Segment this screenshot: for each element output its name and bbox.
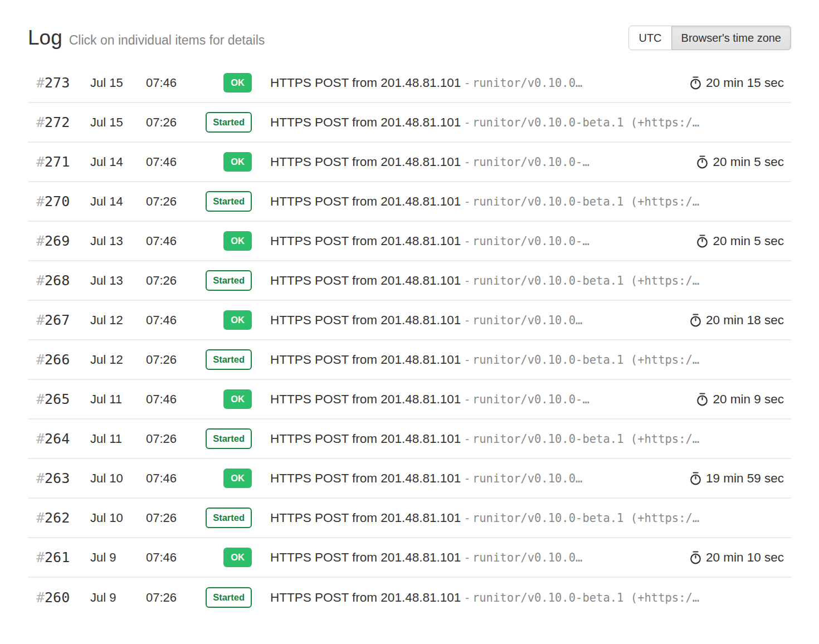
entry-time: 07:26 — [138, 432, 193, 446]
log-row[interactable]: #262 Jul 10 07:26 Started HTTPS POST fro… — [28, 499, 791, 538]
status-badge-cell: OK — [193, 73, 252, 92]
log-row[interactable]: #271 Jul 14 07:46 OK HTTPS POST from 201… — [28, 143, 791, 182]
entry-id-hash: # — [36, 312, 45, 328]
entry-description: HTTPS POST from 201.48.81.101-runitor/v0… — [252, 511, 791, 525]
description-dash: - — [465, 472, 469, 485]
entry-id: #265 — [28, 391, 82, 407]
entry-id-number: 263 — [45, 470, 70, 486]
entry-date: Jul 9 — [82, 550, 138, 565]
entry-id-hash: # — [36, 114, 45, 130]
entry-time: 07:46 — [138, 313, 193, 328]
description-dash: - — [465, 552, 469, 564]
entry-message: HTTPS POST from 201.48.81.101 — [270, 234, 461, 248]
duration-text: 20 min 5 sec — [713, 234, 784, 248]
page-header: Log Click on individual items for detail… — [28, 26, 791, 50]
entry-time: 07:26 — [138, 194, 193, 209]
status-badge-cell: Started — [193, 191, 252, 212]
description-dash: - — [465, 196, 469, 208]
entry-message: HTTPS POST from 201.48.81.101 — [270, 432, 461, 446]
entry-id-hash: # — [36, 193, 45, 209]
agent-string: runitor/v0.10.0-beta.1 (+https:/… — [472, 432, 699, 446]
entry-description: HTTPS POST from 201.48.81.101-runitor/v0… — [252, 353, 791, 367]
description-dash: - — [465, 433, 469, 445]
entry-id: #269 — [28, 233, 82, 249]
entry-description: HTTPS POST from 201.48.81.101-runitor/v0… — [252, 471, 680, 486]
entry-time: 07:26 — [138, 591, 193, 605]
entry-id: #267 — [28, 312, 82, 328]
log-row[interactable]: #261 Jul 9 07:46 OK HTTPS POST from 201.… — [28, 538, 791, 578]
status-badge: OK — [223, 469, 252, 488]
agent-string: runitor/v0.10.0… — [472, 314, 582, 327]
entry-id-number: 267 — [45, 312, 70, 328]
entry-description: HTTPS POST from 201.48.81.101-runitor/v0… — [252, 115, 791, 130]
entry-description: HTTPS POST from 201.48.81.101-runitor/v0… — [252, 274, 791, 288]
entry-id: #270 — [28, 193, 82, 209]
stopwatch-icon — [696, 393, 708, 406]
entry-description: HTTPS POST from 201.48.81.101-runitor/v0… — [252, 432, 791, 446]
entry-id: #272 — [28, 114, 82, 130]
entry-time: 07:46 — [138, 234, 193, 248]
duration-text: 19 min 59 sec — [706, 471, 784, 486]
status-badge-cell: OK — [193, 310, 252, 330]
duration: 19 min 59 sec — [680, 471, 791, 486]
entry-id-hash: # — [36, 510, 45, 526]
stopwatch-icon — [696, 235, 708, 248]
log-row[interactable]: #270 Jul 14 07:26 Started HTTPS POST fro… — [28, 182, 791, 222]
agent-string: runitor/v0.10.0-… — [472, 393, 589, 406]
entry-id-hash: # — [36, 470, 45, 486]
agent-string: runitor/v0.10.0-beta.1 (+https:/… — [472, 353, 699, 367]
status-badge-cell: OK — [193, 152, 252, 172]
agent-string: runitor/v0.10.0-beta.1 (+https:/… — [472, 591, 699, 604]
description-dash: - — [465, 393, 469, 406]
entry-description: HTTPS POST from 201.48.81.101-runitor/v0… — [252, 550, 680, 565]
status-badge: OK — [223, 310, 252, 330]
log-table: #273 Jul 15 07:46 OK HTTPS POST from 201… — [28, 64, 791, 617]
agent-string: runitor/v0.10.0… — [472, 76, 582, 90]
log-row[interactable]: #264 Jul 11 07:26 Started HTTPS POST fro… — [28, 419, 791, 459]
stopwatch-icon — [696, 155, 708, 169]
description-dash: - — [465, 235, 469, 247]
status-badge-cell: Started — [193, 349, 252, 370]
entry-date: Jul 9 — [82, 591, 138, 605]
entry-id: #264 — [28, 431, 82, 447]
entry-id-number: 273 — [45, 75, 70, 91]
entry-date: Jul 12 — [82, 313, 138, 328]
entry-id-hash: # — [36, 154, 45, 170]
entry-date: Jul 15 — [82, 115, 138, 130]
entry-date: Jul 13 — [82, 274, 138, 288]
duration: 20 min 18 sec — [680, 313, 791, 328]
entry-id: #268 — [28, 272, 82, 289]
entry-id: #273 — [28, 75, 82, 91]
log-row[interactable]: #266 Jul 12 07:26 Started HTTPS POST fro… — [28, 340, 791, 380]
entry-time: 07:46 — [138, 76, 193, 90]
agent-string: runitor/v0.10.0… — [472, 472, 582, 485]
log-row[interactable]: #273 Jul 15 07:46 OK HTTPS POST from 201… — [28, 64, 791, 103]
entry-id-hash: # — [36, 272, 45, 289]
description-dash: - — [465, 275, 469, 287]
description-dash: - — [465, 512, 469, 524]
entry-id: #263 — [28, 470, 82, 486]
browser-timezone-button[interactable]: Browser's time zone — [671, 26, 791, 50]
entry-message: HTTPS POST from 201.48.81.101 — [270, 392, 461, 406]
entry-description: HTTPS POST from 201.48.81.101-runitor/v0… — [252, 76, 680, 90]
log-page: Log Click on individual items for detail… — [0, 0, 819, 617]
log-row[interactable]: #260 Jul 9 07:26 Started HTTPS POST from… — [28, 578, 791, 617]
log-row[interactable]: #267 Jul 12 07:46 OK HTTPS POST from 201… — [28, 301, 791, 340]
log-row[interactable]: #269 Jul 13 07:46 OK HTTPS POST from 201… — [28, 222, 791, 261]
log-row[interactable]: #272 Jul 15 07:26 Started HTTPS POST fro… — [28, 103, 791, 143]
log-row[interactable]: #263 Jul 10 07:46 OK HTTPS POST from 201… — [28, 459, 791, 499]
duration-text: 20 min 9 sec — [713, 392, 784, 407]
entry-date: Jul 14 — [82, 194, 138, 209]
agent-string: runitor/v0.10.0-beta.1 (+https:/… — [472, 195, 699, 208]
status-badge: Started — [206, 349, 252, 370]
status-badge: OK — [223, 73, 252, 92]
duration: 20 min 10 sec — [680, 550, 791, 565]
entry-id-number: 272 — [45, 114, 70, 130]
entry-description: HTTPS POST from 201.48.81.101-runitor/v0… — [252, 313, 680, 328]
status-badge: OK — [223, 152, 252, 172]
log-row[interactable]: #268 Jul 13 07:26 Started HTTPS POST fro… — [28, 261, 791, 301]
utc-button[interactable]: UTC — [628, 26, 671, 50]
entry-message: HTTPS POST from 201.48.81.101 — [270, 76, 461, 90]
log-row[interactable]: #265 Jul 11 07:46 OK HTTPS POST from 201… — [28, 380, 791, 419]
entry-id-number: 261 — [45, 549, 70, 565]
